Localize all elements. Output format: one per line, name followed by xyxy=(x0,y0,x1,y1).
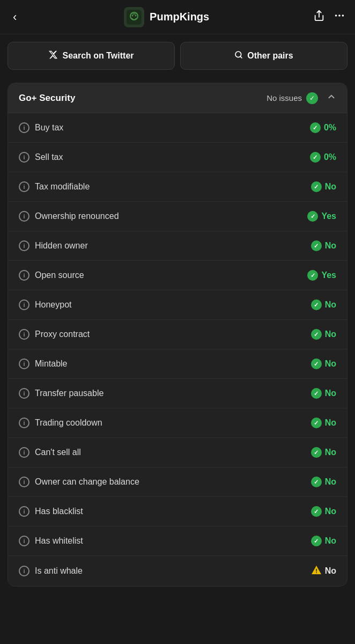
security-row-has-blacklist: iHas blacklist✓No xyxy=(8,497,347,526)
other-pairs-button[interactable]: Other pairs xyxy=(180,42,347,70)
info-icon-honeypot[interactable]: i xyxy=(19,299,29,310)
header-right xyxy=(313,10,345,24)
info-icon-open-source[interactable]: i xyxy=(19,270,29,281)
value-check-icon-open-source: ✓ xyxy=(307,270,318,281)
value-text-transfer-pausable: No xyxy=(325,389,336,398)
security-row-trading-cooldown: iTrading cooldown✓No xyxy=(8,408,347,438)
row-left-tax-modifiable: iTax modifiable xyxy=(19,181,90,192)
row-value-owner-change-balance: ✓No xyxy=(311,477,336,487)
security-row-honeypot: iHoneypot✓No xyxy=(8,290,347,320)
twitter-search-label: Search on Twitter xyxy=(62,51,134,61)
app-header: ‹ PumpKings xyxy=(0,0,355,34)
security-row-tax-modifiable: iTax modifiable✓No xyxy=(8,172,347,202)
info-icon-transfer-pausable[interactable]: i xyxy=(19,388,29,399)
row-left-transfer-pausable: iTransfer pausable xyxy=(19,388,103,399)
svg-point-2 xyxy=(132,14,134,16)
value-text-tax-modifiable: No xyxy=(325,182,336,192)
security-row-is-anti-whale: iIs anti whale!No xyxy=(8,556,347,586)
twitter-search-button[interactable]: Search on Twitter xyxy=(8,42,175,70)
svg-text:!: ! xyxy=(315,568,317,574)
row-label-honeypot: Honeypot xyxy=(35,300,72,310)
row-value-has-whitelist: ✓No xyxy=(311,536,336,546)
value-check-icon-ownership-renounced: ✓ xyxy=(307,211,318,222)
row-label-buy-tax: Buy tax xyxy=(35,123,63,133)
security-card: Go+ Security No issues ✓ iBuy tax✓0%iSel… xyxy=(8,83,347,587)
share-button[interactable] xyxy=(313,10,325,24)
security-row-hidden-owner: iHidden owner✓No xyxy=(8,231,347,261)
svg-line-9 xyxy=(240,56,242,58)
info-icon-buy-tax[interactable]: i xyxy=(19,122,29,133)
row-value-mintable: ✓No xyxy=(311,358,336,369)
svg-point-6 xyxy=(338,14,341,17)
row-value-sell-tax: ✓0% xyxy=(310,152,336,163)
security-header: Go+ Security No issues ✓ xyxy=(8,83,347,113)
row-left-ownership-renounced: iOwnership renounced xyxy=(19,211,119,222)
row-value-is-anti-whale: !No xyxy=(311,565,336,577)
value-check-icon-has-blacklist: ✓ xyxy=(311,506,322,517)
row-value-trading-cooldown: ✓No xyxy=(311,418,336,428)
row-label-transfer-pausable: Transfer pausable xyxy=(35,389,103,398)
row-label-mintable: Mintable xyxy=(35,359,67,369)
row-left-proxy-contract: iProxy contract xyxy=(19,329,90,340)
info-icon-has-whitelist[interactable]: i xyxy=(19,536,29,546)
value-check-icon-transfer-pausable: ✓ xyxy=(311,388,322,399)
row-label-owner-change-balance: Owner can change balance xyxy=(35,477,139,487)
twitter-icon xyxy=(48,50,58,62)
info-icon-mintable[interactable]: i xyxy=(19,358,29,369)
security-row-mintable: iMintable✓No xyxy=(8,349,347,379)
back-button[interactable]: ‹ xyxy=(10,7,20,27)
value-check-icon-has-whitelist: ✓ xyxy=(311,536,322,546)
info-icon-hidden-owner[interactable]: i xyxy=(19,240,29,251)
value-check-icon-hidden-owner: ✓ xyxy=(311,240,322,251)
header-center: PumpKings xyxy=(124,7,209,27)
value-text-owner-change-balance: No xyxy=(325,477,336,487)
more-button[interactable] xyxy=(334,10,345,24)
value-check-icon-tax-modifiable: ✓ xyxy=(311,181,322,192)
row-left-has-blacklist: iHas blacklist xyxy=(19,506,83,517)
row-left-open-source: iOpen source xyxy=(19,270,84,281)
security-row-owner-change-balance: iOwner can change balance✓No xyxy=(8,467,347,497)
value-text-has-whitelist: No xyxy=(325,536,336,546)
svg-point-5 xyxy=(335,14,337,17)
row-value-open-source: ✓Yes xyxy=(307,270,336,281)
row-label-tax-modifiable: Tax modifiable xyxy=(35,182,90,192)
info-icon-tax-modifiable[interactable]: i xyxy=(19,181,29,192)
security-row-buy-tax: iBuy tax✓0% xyxy=(8,113,347,143)
value-check-icon-honeypot: ✓ xyxy=(311,299,322,310)
row-left-honeypot: iHoneypot xyxy=(19,299,72,310)
row-value-ownership-renounced: ✓Yes xyxy=(307,211,336,222)
row-label-ownership-renounced: Ownership renounced xyxy=(35,211,119,221)
info-icon-trading-cooldown[interactable]: i xyxy=(19,418,29,428)
row-left-cant-sell-all: iCan't sell all xyxy=(19,447,81,458)
info-icon-ownership-renounced[interactable]: i xyxy=(19,211,29,222)
info-icon-cant-sell-all[interactable]: i xyxy=(19,447,29,458)
row-left-is-anti-whale: iIs anti whale xyxy=(19,566,83,576)
search-icon xyxy=(234,50,243,61)
value-check-icon-sell-tax: ✓ xyxy=(310,152,321,163)
value-text-has-blacklist: No xyxy=(325,507,336,516)
info-icon-owner-change-balance[interactable]: i xyxy=(19,477,29,487)
value-text-cant-sell-all: No xyxy=(325,448,336,457)
collapse-icon[interactable] xyxy=(327,92,336,104)
row-label-trading-cooldown: Trading cooldown xyxy=(35,418,102,428)
row-value-honeypot: ✓No xyxy=(311,299,336,310)
info-icon-proxy-contract[interactable]: i xyxy=(19,329,29,340)
row-value-has-blacklist: ✓No xyxy=(311,506,336,517)
security-row-transfer-pausable: iTransfer pausable✓No xyxy=(8,379,347,408)
info-icon-has-blacklist[interactable]: i xyxy=(19,506,29,517)
security-row-cant-sell-all: iCan't sell all✓No xyxy=(8,438,347,467)
info-icon-sell-tax[interactable]: i xyxy=(19,152,29,163)
row-value-buy-tax: ✓0% xyxy=(310,122,336,133)
info-icon-is-anti-whale[interactable]: i xyxy=(19,566,29,576)
security-status: No issues ✓ xyxy=(267,92,336,104)
security-rows: iBuy tax✓0%iSell tax✓0%iTax modifiable✓N… xyxy=(8,113,347,586)
app-logo xyxy=(124,7,144,27)
row-left-has-whitelist: iHas whitelist xyxy=(19,536,83,546)
security-row-open-source: iOpen source✓Yes xyxy=(8,261,347,290)
value-text-trading-cooldown: No xyxy=(325,418,336,428)
row-value-tax-modifiable: ✓No xyxy=(311,181,336,192)
value-text-mintable: No xyxy=(325,359,336,369)
value-check-icon-mintable: ✓ xyxy=(311,358,322,369)
row-label-proxy-contract: Proxy contract xyxy=(35,330,90,339)
value-text-open-source: Yes xyxy=(321,270,336,280)
